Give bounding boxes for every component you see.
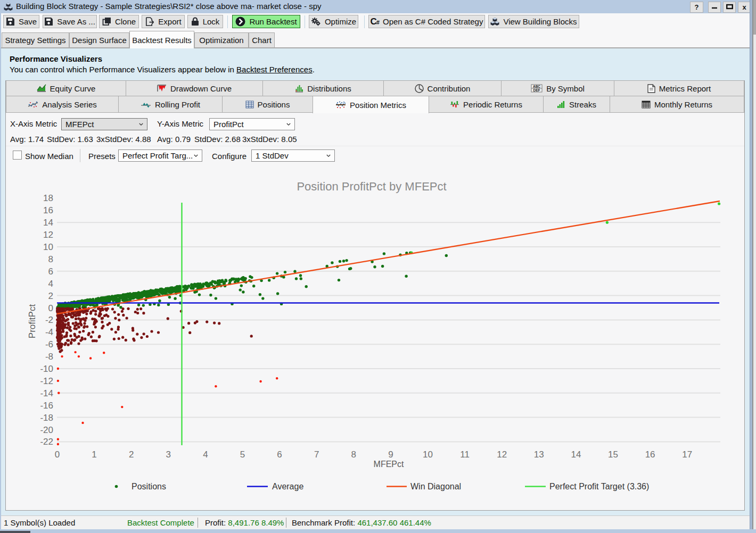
svg-text:2: 2 — [129, 449, 134, 460]
svg-text:-22: -22 — [40, 437, 53, 447]
svg-text:-6: -6 — [45, 339, 53, 349]
svg-text:Average: Average — [272, 482, 303, 491]
svg-text:-14: -14 — [40, 388, 53, 398]
svg-text:-8: -8 — [45, 352, 53, 362]
svg-text:4: 4 — [203, 449, 208, 460]
svg-text:12: 12 — [43, 230, 53, 240]
svg-text:DEF: DEF — [533, 88, 540, 92]
svg-text:ABC: ABC — [533, 85, 540, 88]
svg-text:6: 6 — [48, 266, 53, 277]
svg-text:3: 3 — [166, 449, 171, 460]
svg-text:Position ProfitPct by MFEPct: Position ProfitPct by MFEPct — [297, 180, 446, 193]
svg-text:-10: -10 — [40, 364, 53, 374]
svg-text:MFEPct: MFEPct — [374, 460, 404, 469]
svg-text:7: 7 — [314, 449, 319, 460]
svg-text:1: 1 — [92, 449, 96, 460]
svg-text:-20: -20 — [40, 425, 53, 435]
svg-text:-4: -4 — [45, 327, 53, 337]
svg-text:14: 14 — [43, 218, 53, 228]
svg-text:2: 2 — [48, 291, 53, 301]
svg-text:18: 18 — [43, 193, 53, 203]
svg-text:4: 4 — [48, 279, 53, 289]
svg-text:-2: -2 — [45, 315, 53, 325]
svg-text:Perfect Profit Target (3.36): Perfect Profit Target (3.36) — [549, 482, 649, 491]
svg-text:Win Diagonal: Win Diagonal — [410, 482, 461, 491]
svg-text:6: 6 — [277, 449, 282, 460]
svg-text:0: 0 — [55, 449, 60, 460]
svg-text:10: 10 — [423, 449, 433, 460]
svg-text:11: 11 — [460, 449, 470, 460]
svg-text:16: 16 — [645, 449, 655, 460]
svg-text:14: 14 — [571, 449, 581, 460]
svg-text:5: 5 — [240, 449, 245, 460]
svg-text:15: 15 — [608, 449, 618, 460]
svg-text:8: 8 — [351, 449, 356, 460]
svg-text:9: 9 — [388, 449, 393, 460]
svg-text:8: 8 — [48, 254, 53, 264]
svg-text:13: 13 — [534, 449, 544, 460]
svg-text:12: 12 — [497, 449, 507, 460]
svg-text:17: 17 — [682, 449, 692, 460]
svg-text:-16: -16 — [40, 401, 53, 411]
svg-text:-18: -18 — [40, 413, 53, 423]
svg-text:0: 0 — [48, 303, 53, 313]
svg-text:10: 10 — [43, 242, 53, 252]
svg-text:Positions: Positions — [132, 482, 166, 491]
svg-text:16: 16 — [43, 205, 53, 215]
svg-text:-12: -12 — [40, 376, 53, 386]
svg-text:ProfitPct: ProfitPct — [27, 304, 37, 339]
